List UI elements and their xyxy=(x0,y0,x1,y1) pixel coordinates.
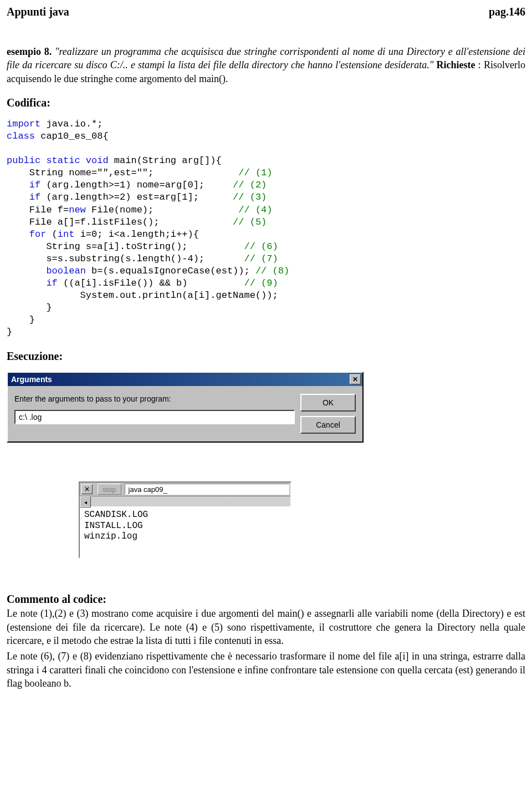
arguments-input[interactable] xyxy=(14,410,295,424)
header-right: pag.146 xyxy=(489,4,525,19)
scroll-track[interactable] xyxy=(91,496,290,506)
commento-p1: Le note (1),(2) e (3) mostrano come acqu… xyxy=(7,607,525,647)
scroll-left-icon[interactable]: ◂ xyxy=(80,496,91,507)
ok-button[interactable]: OK xyxy=(300,394,356,412)
intro-text: esempio 8. "realizzare un programma che … xyxy=(7,45,525,85)
cancel-button[interactable]: Cancel xyxy=(300,416,356,434)
command-field[interactable]: java cap09_ xyxy=(125,484,289,495)
close-icon[interactable]: ✕ xyxy=(350,374,361,384)
esecuzione-heading: Esecuzione: xyxy=(7,349,525,364)
dialog-prompt: Enter the arguments to pass to your prog… xyxy=(14,394,295,404)
output-toolbar: ✕ stop java cap09_ xyxy=(80,483,290,496)
dialog-titlebar[interactable]: Arguments ✕ xyxy=(8,373,362,387)
close-icon[interactable]: ✕ xyxy=(81,484,93,494)
stop-button[interactable]: stop xyxy=(98,484,121,495)
code-block: import java.io.*; class cap10_es_08{ pub… xyxy=(7,118,525,339)
dialog-body: Enter the arguments to pass to your prog… xyxy=(8,386,362,441)
output-text: SCANDISK.LOG INSTALL.LOG winzip.log xyxy=(80,506,290,557)
kw-class: class xyxy=(7,131,35,141)
scrollbar[interactable]: ◂ xyxy=(80,496,290,506)
dialog-title: Arguments xyxy=(11,374,52,385)
commento-p2: Le note (6), (7) e (8) evidenziano rispe… xyxy=(7,649,525,690)
richieste-label: Richieste xyxy=(437,59,475,70)
page-header: Appunti java pag.146 xyxy=(7,4,525,19)
example-label: esempio 8. xyxy=(7,46,52,57)
kw-psv: public static void xyxy=(7,155,109,166)
output-panel: ✕ stop java cap09_ ◂ SCANDISK.LOG INSTAL… xyxy=(79,481,291,559)
commento-heading: Commento al codice: xyxy=(7,592,525,607)
arguments-dialog: Arguments ✕ Enter the arguments to pass … xyxy=(7,372,364,443)
header-left: Appunti java xyxy=(7,4,69,19)
kw-import: import xyxy=(7,119,40,129)
codifica-heading: Codifica: xyxy=(7,95,525,110)
